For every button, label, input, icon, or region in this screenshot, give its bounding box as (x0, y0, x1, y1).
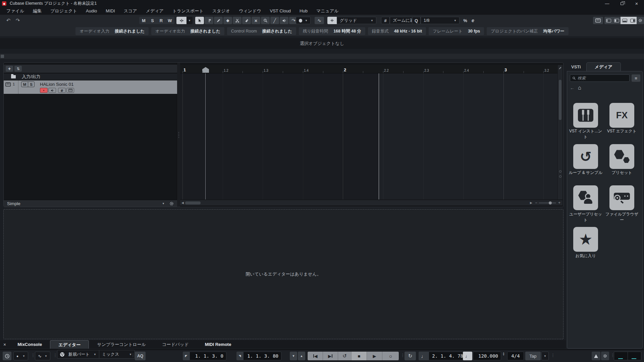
minimize-button[interactable]: — (600, 0, 614, 7)
track-solo-button[interactable]: S (28, 82, 34, 87)
right-locator-flag[interactable]: ◥ (236, 352, 243, 360)
draw-tool[interactable] (214, 17, 223, 24)
glue-tool[interactable] (242, 17, 251, 24)
auto-quantize-button[interactable]: AQ (135, 352, 146, 360)
chevron-down-icon[interactable]: ▼ (162, 202, 165, 205)
zoom-out-button[interactable]: − (534, 200, 539, 205)
track-preset-button[interactable]: ⇅ (14, 66, 22, 72)
menu-audio[interactable]: Audio (82, 7, 101, 15)
media-search-box[interactable] (570, 74, 630, 82)
split-tool[interactable] (233, 17, 241, 24)
tempo-options-button[interactable]: ▼ (541, 352, 549, 360)
left-locator-field[interactable]: 1. 1. 3. 0 (190, 352, 226, 360)
track-preset-name[interactable]: Simple (7, 201, 20, 206)
go-to-previous-marker-button[interactable]: ◀ (308, 352, 323, 360)
mute-all-button[interactable]: M (140, 17, 148, 24)
tempo-track-button[interactable]: ♩ (463, 352, 472, 360)
divider-handle[interactable] (1, 55, 4, 58)
media-tile-vst-instruments[interactable] (573, 103, 598, 128)
toggle-inspector-button[interactable] (612, 17, 621, 24)
media-home-button[interactable]: ⌂ (578, 85, 581, 91)
metronome-button[interactable] (592, 352, 600, 360)
zoom-tool[interactable] (261, 17, 270, 24)
quantize-icon-button[interactable]: Q (412, 17, 421, 24)
auto-scroll-button[interactable] (176, 17, 186, 24)
range-selection-tool[interactable] (205, 17, 213, 24)
record-enable-button[interactable]: ● (40, 88, 48, 93)
restore-button[interactable] (614, 0, 629, 7)
iterative-quantize-button[interactable]: % (462, 17, 469, 24)
menu-manual[interactable]: マニュアル (312, 7, 343, 15)
scroll-left-icon[interactable]: ◀ (180, 201, 185, 204)
ruler-options-icon[interactable] (558, 66, 562, 70)
common-record-mode-select[interactable]: ● ▼ (13, 352, 28, 360)
tab-mixconsole[interactable]: MixConsole (9, 340, 50, 349)
vertical-scroll-thumb[interactable] (559, 80, 561, 120)
track-mute-button[interactable]: M (21, 82, 28, 87)
track-list-splitter[interactable] (177, 63, 180, 207)
right-locator-field[interactable]: 1. 1. 3. 80 (243, 352, 281, 360)
go-to-next-marker-button[interactable]: ▶ (323, 352, 338, 360)
stop-button[interactable]: ■ (351, 352, 367, 360)
object-selection-tool[interactable] (195, 17, 204, 24)
redo-button[interactable]: ↷ (14, 17, 21, 24)
midi-record-mix-select[interactable]: ミックス ▼ (99, 350, 135, 359)
close-button[interactable]: × (629, 0, 644, 7)
menu-score[interactable]: スコア (119, 7, 142, 15)
menu-edit[interactable]: 編集 (29, 7, 46, 15)
line-tool[interactable]: ╱ (270, 17, 279, 24)
menu-transport[interactable]: トランスポート (168, 7, 208, 15)
event-display[interactable] (180, 73, 557, 199)
play-button[interactable]: ▶ (367, 352, 382, 360)
edit-instrument-button[interactable] (66, 88, 74, 93)
zoom-slider-handle[interactable] (549, 201, 552, 204)
menu-window[interactable]: ウィンドウ (234, 7, 266, 15)
toggle-left-zone-button[interactable] (604, 17, 612, 24)
snap-on-off-button[interactable] (327, 17, 337, 24)
input-output-channels-row[interactable]: 入力/出力 (4, 73, 177, 80)
auto-scroll-options-button[interactable]: ▼ (186, 17, 193, 24)
time-format-button[interactable] (3, 352, 11, 360)
media-tile-vst-effects[interactable]: FX (609, 103, 634, 128)
tempo-spinner[interactable]: ▲▼ (502, 352, 505, 356)
project-cursor-handle[interactable] (202, 67, 209, 73)
left-locator-flag[interactable]: ◤ (183, 352, 190, 360)
track-settings-gear-icon[interactable] (169, 201, 174, 206)
quantize-panel-button[interactable]: e (470, 17, 476, 24)
punch-out-button[interactable]: ▲ (298, 352, 305, 360)
midi-record-mode-select[interactable]: 新規パート ▼ (57, 350, 99, 359)
tab-media[interactable]: メディア (586, 62, 621, 71)
menu-media[interactable]: メディア (142, 7, 168, 15)
tab-sampler-control[interactable]: サンプラーコントロール (89, 340, 154, 349)
time-display-format-button[interactable]: ♩ (419, 352, 429, 360)
solo-all-button[interactable]: S (149, 17, 156, 24)
tab-editor[interactable]: エディター (50, 340, 89, 349)
tempo-field[interactable]: 120.000 (473, 352, 501, 360)
toggle-lower-zone-button[interactable] (621, 17, 629, 24)
media-tile-loops-samples[interactable]: ↺ (573, 144, 598, 169)
media-tile-presets[interactable] (609, 144, 634, 169)
close-lower-zone-button[interactable]: × (0, 342, 9, 347)
lower-zone-editor[interactable]: 開いているエディターはありません。 (3, 209, 564, 339)
time-signature-field[interactable]: 4/4 (507, 352, 524, 360)
horizontal-scroll-thumb[interactable] (185, 201, 201, 204)
horizontal-zoom-slider[interactable] (539, 202, 556, 203)
pre-roll-cycle-button[interactable]: ↻ (405, 352, 416, 360)
punch-in-button[interactable]: ▼ (290, 352, 297, 360)
menu-hub[interactable]: Hub (295, 7, 312, 15)
timeline-ruler[interactable]: 1 1.2 1.3 1.4 2 2.2 2.3 2.4 3 3.2 (180, 65, 557, 73)
media-back-button[interactable]: ← (570, 85, 575, 90)
play-tool[interactable] (280, 17, 288, 24)
snap-type-select[interactable]: グリッド ▼ (337, 17, 376, 24)
write-automation-button[interactable]: W (166, 17, 174, 24)
media-search-input[interactable] (578, 76, 625, 80)
menu-project[interactable]: プロジェクト (46, 7, 82, 15)
edit-channel-button[interactable]: e (58, 88, 66, 93)
scroll-right-icon[interactable]: ▶ (529, 201, 534, 204)
tap-tempo-button[interactable]: Tap (525, 352, 541, 360)
track-name[interactable]: HALion Sonic 01 (40, 82, 74, 87)
horizontal-scrollbar[interactable]: ◀ ▶ − + (180, 200, 562, 205)
media-tile-file-browser[interactable] (609, 185, 634, 210)
grid-type-icon-button[interactable]: # (381, 17, 390, 24)
zoom-in-button[interactable]: + (556, 200, 562, 205)
